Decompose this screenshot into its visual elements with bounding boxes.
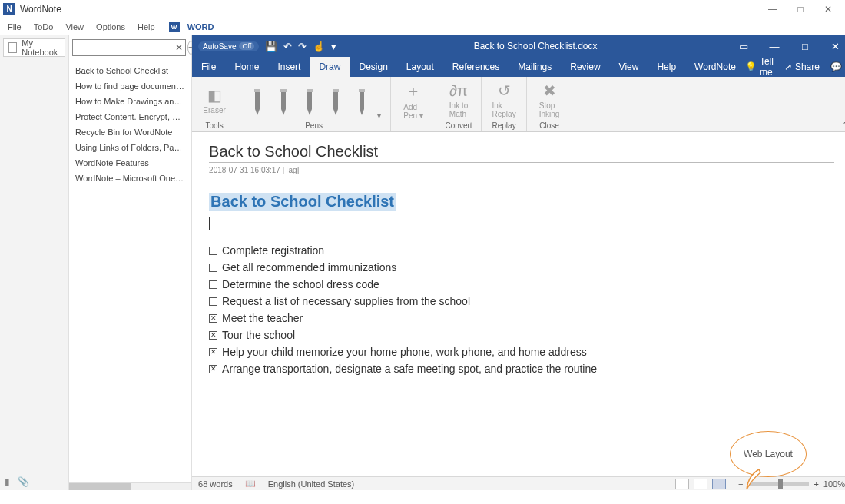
language[interactable]: English (United States) (268, 479, 355, 489)
checkbox-icon[interactable]: ✕ (209, 314, 217, 323)
attachment-icon[interactable]: 📎 (18, 476, 29, 487)
eraser-button[interactable]: ◧Eraser (198, 86, 230, 114)
notebook-selector[interactable]: My Notebook (3, 38, 65, 57)
page-list-item[interactable]: WordNote – Microsoft OneNote Alternative (74, 171, 187, 186)
word-maximize-button[interactable]: □ (790, 41, 820, 52)
tab-draw[interactable]: Draw (310, 57, 350, 77)
checkbox-icon[interactable] (209, 297, 217, 306)
checklist-item[interactable]: Request a list of necessary supplies fro… (209, 295, 834, 307)
checklist-item[interactable]: ✕Tour the school (209, 329, 834, 341)
tab-review[interactable]: Review (561, 57, 609, 77)
save-icon[interactable]: 💾 (265, 41, 277, 52)
word-icon: W (169, 22, 180, 32)
tab-home[interactable]: Home (225, 57, 268, 77)
word-close-button[interactable]: ✕ (820, 41, 845, 52)
menu-todo[interactable]: ToDo (29, 21, 58, 33)
checkbox-icon[interactable]: ✕ (209, 331, 217, 340)
page-list-item[interactable]: Back to School Checklist (74, 63, 187, 78)
tab-view[interactable]: View (610, 57, 648, 77)
pen-5[interactable] (351, 83, 373, 117)
minimize-button[interactable]: — (759, 0, 787, 18)
sync-icon[interactable]: ▮ (5, 476, 10, 487)
checkbox-icon[interactable]: ✕ (209, 365, 217, 373)
doc-heading[interactable]: Back to School Checklist (209, 193, 396, 211)
pen-2[interactable] (273, 83, 294, 117)
menu-view[interactable]: View (61, 21, 88, 33)
redo-icon[interactable]: ↷ (298, 41, 307, 52)
word-titlebar: AutoSave Off 💾 ↶ ↷ ☝ ▾ Back to School Ch… (192, 35, 845, 57)
stop-inking-button[interactable]: ✖StopInking (533, 81, 565, 118)
tab-help[interactable]: Help (648, 57, 685, 77)
page-list-item[interactable]: WordNote Features (74, 155, 187, 171)
close-button[interactable]: ✕ (814, 0, 842, 18)
ribbon-options-icon[interactable]: ▭ (728, 41, 759, 52)
page-meta: 2018-07-31 16:03:17 [Tag] (209, 166, 834, 174)
autosave-toggle[interactable]: AutoSave Off (198, 41, 259, 51)
page-list-item[interactable]: How to find page documents in WordNote (74, 78, 187, 94)
tab-file[interactable]: File (192, 57, 225, 77)
app-icon: N (3, 3, 15, 15)
undo-icon[interactable]: ↶ (283, 41, 292, 52)
menu-help[interactable]: Help (133, 21, 160, 33)
group-tools-label: Tools (205, 120, 223, 130)
read-mode-button[interactable] (675, 479, 689, 489)
share-button[interactable]: ↗Share (784, 61, 820, 72)
page-list-item[interactable]: Using Links of Folders, Pages, and Parag… (74, 140, 187, 155)
tab-insert[interactable]: Insert (268, 57, 310, 77)
ink-replay-button[interactable]: ↺InkReplay (488, 81, 520, 118)
pen-3[interactable] (299, 83, 320, 117)
page-list-item[interactable]: How to Make Drawings and Handwriting (74, 94, 187, 109)
checkbox-icon[interactable] (209, 264, 217, 272)
comments-icon[interactable]: 💬 (830, 61, 842, 72)
svg-rect-9 (359, 89, 365, 92)
app-title: WordNote (20, 4, 61, 15)
pen-1[interactable] (247, 83, 268, 117)
page-list-item[interactable]: Protect Content. Encrypt, Decrypt, View (74, 109, 187, 124)
checklist-item[interactable]: ✕Meet the teacher (209, 312, 834, 324)
checklist-item[interactable]: ✕Arrange transportation, designate a saf… (209, 363, 834, 375)
notebook-icon (8, 42, 17, 53)
search-clear-icon[interactable]: ✕ (175, 42, 183, 53)
tab-wordnote[interactable]: WordNote (685, 57, 745, 77)
page-list-item[interactable]: Recycle Bin for WordNote (74, 124, 187, 140)
proofing-icon[interactable]: 📖 (245, 479, 256, 489)
svg-rect-1 (254, 89, 260, 92)
tab-layout[interactable]: Layout (397, 57, 443, 77)
checkbox-icon[interactable]: ✕ (209, 348, 217, 356)
word-count[interactable]: 68 words (198, 479, 233, 489)
touch-icon[interactable]: ☝ (313, 41, 325, 52)
ink-to-math-button[interactable]: ∂πInk toMath (442, 82, 475, 118)
document-area[interactable]: Back to School Checklist 2018-07-31 16:0… (192, 132, 845, 476)
pens-more-icon[interactable]: ▾ (377, 111, 381, 120)
checkbox-icon[interactable] (209, 280, 217, 289)
add-pen-button[interactable]: ＋AddPen ▾ (397, 81, 429, 120)
stop-icon: ✖ (543, 81, 556, 100)
tab-references[interactable]: References (443, 57, 509, 77)
web-layout-button[interactable] (712, 479, 726, 489)
tab-design[interactable]: Design (350, 57, 396, 77)
checkbox-icon[interactable] (209, 247, 217, 255)
maximize-button[interactable]: □ (787, 0, 814, 18)
zoom-level[interactable]: 100% (823, 479, 845, 489)
notebook-panel: My Notebook ▮ 📎 (0, 35, 69, 490)
word-minimize-button[interactable]: — (759, 41, 790, 52)
qat-more-icon[interactable]: ▾ (331, 41, 336, 52)
menu-options[interactable]: Options (91, 21, 130, 33)
checklist-item[interactable]: Get all recommended immunizations (209, 261, 834, 274)
menu-file[interactable]: File (3, 21, 26, 33)
svg-rect-3 (280, 89, 287, 92)
zoom-out-button[interactable]: − (738, 479, 743, 489)
checklist-item[interactable]: ✕Help your child memorize your home phon… (209, 346, 834, 358)
word-indicator[interactable]: W WORD (169, 21, 219, 33)
checklist-item[interactable]: Complete registration (209, 244, 834, 257)
horizontal-scrollbar[interactable] (69, 482, 191, 490)
print-layout-button[interactable] (694, 479, 707, 489)
search-input[interactable] (72, 39, 186, 56)
tab-mailings[interactable]: Mailings (509, 57, 561, 77)
pen-4[interactable] (325, 83, 346, 117)
checklist-item[interactable]: Determine the school dress code (209, 278, 834, 290)
zoom-in-button[interactable]: + (814, 479, 818, 489)
document-title: Back to School Checklist.docx (343, 41, 728, 51)
tell-me[interactable]: 💡Tell me (745, 56, 774, 78)
word-pane: AutoSave Off 💾 ↶ ↷ ☝ ▾ Back to School Ch… (192, 35, 845, 490)
